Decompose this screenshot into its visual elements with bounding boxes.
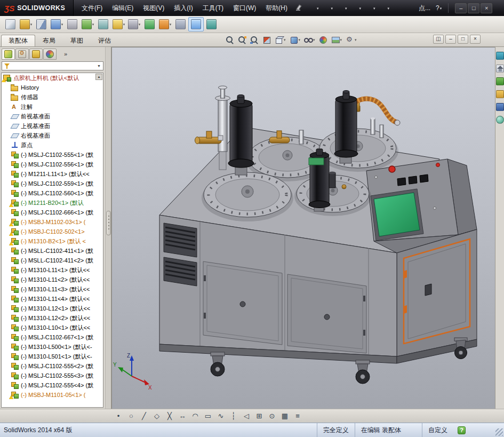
resize-grip[interactable] [495, 428, 503, 436]
tree-item[interactable]: (-) MSLJ-C1102-556<1> (默 [2, 160, 103, 169]
dropdown-caret-icon[interactable] [440, 6, 442, 10]
tree-item[interactable]: 原点 [2, 140, 103, 150]
solidworks-resources-icon[interactable] [496, 52, 504, 60]
new-document-icon[interactable] [306, 2, 321, 14]
dropdown-caret-icon[interactable] [284, 38, 286, 42]
hide-show-items-icon[interactable] [302, 34, 317, 45]
dropdown-caret-icon[interactable] [359, 6, 362, 10]
external-references-icon[interactable] [204, 17, 219, 31]
commandmanager-tab[interactable]: 装配体 [1, 35, 35, 46]
mate-icon[interactable] [34, 17, 49, 31]
rebuild-icon[interactable] [391, 2, 403, 14]
mirror-entities-icon[interactable]: ◁ [240, 410, 253, 422]
menu-item[interactable]: 编辑(E) [107, 2, 138, 14]
tree-item[interactable]: (-) MSLL-C1102-411<2> (默 [2, 256, 103, 265]
sketch-circle-icon[interactable]: ○ [125, 410, 138, 422]
tree-item[interactable]: (-) M1310-L500<1> (默认<- [2, 342, 103, 352]
splitter-grip[interactable] [106, 211, 111, 235]
tree-item[interactable]: (-) MSBJ-C1102-502<1> [2, 227, 103, 236]
tree-item[interactable]: (-) M1310-L11<1> (默认<< [2, 265, 103, 275]
new-motion-study-icon[interactable] [142, 17, 157, 31]
dropdown-caret-icon[interactable] [139, 22, 141, 26]
tree-item[interactable]: (-) MSLJ-C1102-555<1> (默 [2, 150, 103, 160]
assembly-features-icon[interactable] [111, 17, 126, 31]
bill-of-materials-icon[interactable] [157, 17, 173, 31]
help-button[interactable]: ? [434, 4, 444, 12]
tree-filter-box[interactable]: ▼ [2, 61, 103, 70]
previous-view-icon[interactable] [249, 34, 260, 45]
tree-item[interactable]: (-) M1310-L10<1> (默认<< [2, 323, 103, 332]
tree-item[interactable]: 右视基准面 [2, 131, 103, 140]
dropdown-caret-icon[interactable] [30, 22, 33, 26]
panel-overflow-button[interactable]: » [64, 51, 67, 57]
tree-item[interactable]: (-) M1310-L12<1> (默认<< [2, 304, 103, 313]
tree-item[interactable]: 前视基准面 [2, 112, 103, 121]
tree-item[interactable]: 注解 [2, 102, 103, 112]
smart-fasteners-icon[interactable] [65, 17, 80, 31]
close-button[interactable]: × [481, 3, 492, 13]
select-icon[interactable] [377, 2, 391, 14]
tree-item[interactable]: 点胶机上料机 (默认<默认 [2, 73, 103, 83]
tree-item[interactable]: (-) MSLJ-C1102-555<2> (默 [2, 361, 103, 371]
tree-item[interactable]: (-) MSLJ-C1102-555<4> (默 [2, 380, 103, 390]
sketch-rectangle-icon[interactable]: ▭ [202, 410, 214, 422]
dropdown-caret-icon[interactable] [373, 6, 375, 10]
tree-item[interactable]: 传感器 [2, 92, 103, 102]
graphics-viewport[interactable]: Z X Y [111, 47, 495, 409]
dropdown-caret-icon[interactable] [345, 6, 347, 10]
dropdown-caret-icon[interactable] [92, 22, 94, 26]
tree-item[interactable]: (-) MSLL-C1102-411<1> (默 [2, 246, 103, 256]
view-settings-icon[interactable] [344, 34, 358, 45]
options-gear-icon[interactable] [403, 2, 414, 14]
configurationmanager-tab[interactable] [29, 49, 43, 60]
print-icon[interactable] [349, 2, 363, 14]
dropdown-caret-icon[interactable] [123, 22, 125, 26]
tree-item[interactable]: (-) M1310-L12<2> (默认<< [2, 313, 103, 323]
commandmanager-tab[interactable]: 布局 [35, 35, 63, 46]
linear-sketch-pattern-icon[interactable]: ⊞ [253, 410, 266, 422]
sketch-arc-icon[interactable]: ◠ [189, 410, 202, 422]
displaymanager-tab[interactable] [43, 49, 57, 60]
tree-item[interactable]: (-) MSLJ-C1102-560<1> (默 [2, 188, 103, 198]
menu-item[interactable]: 帮助(H) [261, 2, 292, 14]
file-explorer-icon[interactable] [496, 90, 504, 98]
insert-components-icon[interactable] [18, 17, 34, 31]
edit-component-icon[interactable] [3, 17, 18, 31]
zoom-area-icon[interactable] [236, 34, 248, 45]
linear-component-pattern-icon[interactable] [49, 17, 65, 31]
tree-item[interactable]: (-) MSLJ-C1102-666<1> (默 [2, 208, 103, 217]
dropdown-caret-icon[interactable] [388, 6, 390, 10]
view-palette-icon[interactable] [496, 103, 504, 111]
custom-toolbar-selector[interactable]: 自定义 [422, 423, 453, 437]
dropdown-caret-icon[interactable] [355, 38, 357, 42]
tree-item[interactable]: (-) M1310-L501<1> (默认<- [2, 352, 103, 361]
dropdown-caret-icon[interactable] [170, 22, 172, 26]
tree-item[interactable]: History [2, 83, 103, 92]
convert-entities-icon[interactable]: ⊙ [266, 410, 278, 422]
view-orientation-icon[interactable] [273, 34, 287, 45]
dropdown-caret-icon[interactable] [331, 6, 333, 10]
trim-entities-icon[interactable]: ╳ [163, 410, 176, 422]
exploded-view-icon[interactable] [173, 17, 188, 31]
dropdown-caret-icon[interactable] [313, 38, 315, 42]
filter-dropdown-caret-icon[interactable]: ▼ [97, 64, 101, 68]
tree-item[interactable]: (-) MSLJ-C1102-555<3> (默 [2, 371, 103, 380]
tree-item[interactable]: (-) M1310-L11<4> (默认<< [2, 294, 103, 304]
restore-doc-button[interactable]: □ [458, 35, 468, 44]
tree-item[interactable]: 上视基准面 [2, 121, 103, 131]
undo-icon[interactable] [363, 2, 377, 14]
tree-item[interactable]: (-) M1211-L11<1> (默认<< [2, 169, 103, 179]
dropdown-caret-icon[interactable] [61, 22, 63, 26]
sketch-point-icon[interactable]: • [112, 410, 125, 422]
close-doc-button[interactable]: × [470, 35, 481, 44]
tree-item[interactable]: (-) M1211-B20<1> (默认 [2, 198, 103, 208]
move-component-icon[interactable] [80, 17, 95, 31]
show-hidden-components-icon[interactable] [95, 17, 111, 31]
sketch-spline-icon[interactable]: ∿ [214, 410, 227, 422]
dropdown-caret-icon[interactable] [317, 6, 319, 10]
edit-appearance-icon[interactable] [317, 34, 329, 45]
menu-item[interactable]: 视图(V) [138, 2, 169, 14]
minimize-button[interactable]: – [455, 3, 467, 13]
tree-item[interactable]: (-) MSLJ-C1102-559<1> (默 [2, 179, 103, 188]
tree-scroll-up-button[interactable]: ▲ [95, 74, 102, 80]
